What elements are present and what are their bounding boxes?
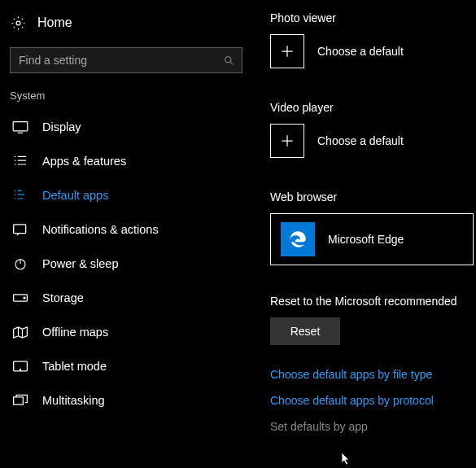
notifications-icon [11, 223, 29, 237]
list-icon [11, 155, 29, 168]
nav-label: Tablet mode [42, 360, 107, 373]
nav-item-multitasking[interactable]: Multitasking [10, 383, 252, 418]
choose-default-photo[interactable]: Choose a default [270, 34, 476, 68]
nav-item-apps-features[interactable]: Apps & features [10, 144, 252, 178]
svg-rect-2 [13, 122, 28, 131]
nav-label: Notifications & actions [42, 223, 159, 236]
category-video-player: Video player [270, 101, 476, 114]
edge-icon [281, 222, 315, 256]
settings-content: Photo viewer Choose a default Video play… [252, 0, 476, 433]
reset-description: Reset to the Microsoft recommended [270, 295, 476, 308]
home-label: Home [37, 15, 72, 30]
link-defaults-by-app[interactable]: Set defaults by app [270, 420, 476, 433]
plus-icon [270, 124, 304, 158]
category-photo-viewer: Photo viewer [270, 11, 476, 24]
nav-item-offline-maps[interactable]: Offline maps [10, 315, 252, 349]
choose-default-video[interactable]: Choose a default [270, 124, 476, 158]
nav-item-storage[interactable]: Storage [10, 281, 252, 315]
nav-label: Multitasking [42, 394, 105, 407]
svg-point-0 [16, 21, 20, 25]
browser-app-label: Microsoft Edge [328, 233, 404, 246]
settings-sidebar: Home Find a setting System Display [0, 0, 252, 433]
svg-rect-9 [14, 397, 24, 405]
search-placeholder: Find a setting [19, 54, 222, 67]
plus-icon [270, 34, 304, 68]
nav-label: Apps & features [42, 155, 126, 168]
choose-default-label: Choose a default [317, 45, 404, 58]
link-defaults-by-protocol[interactable]: Choose default apps by protocol [270, 394, 476, 407]
home-link[interactable]: Home [10, 11, 252, 34]
svg-point-8 [20, 370, 20, 370]
nav-item-notifications[interactable]: Notifications & actions [10, 212, 252, 247]
multitasking-icon [11, 394, 29, 407]
nav-list: Display Apps & features Default apps Not… [10, 110, 252, 418]
gear-icon [10, 15, 26, 31]
mouse-cursor [338, 452, 353, 468]
svg-point-6 [24, 297, 25, 299]
link-defaults-by-filetype[interactable]: Choose default apps by file type [270, 368, 476, 381]
display-icon [11, 120, 29, 133]
tablet-icon [11, 360, 29, 373]
nav-item-tablet-mode[interactable]: Tablet mode [10, 349, 252, 383]
reset-button[interactable]: Reset [270, 317, 340, 345]
power-icon [11, 256, 29, 271]
nav-item-power-sleep[interactable]: Power & sleep [10, 247, 252, 281]
search-icon [222, 55, 235, 67]
nav-item-display[interactable]: Display [10, 110, 252, 144]
map-icon [11, 326, 29, 339]
web-browser-default[interactable]: Microsoft Edge [270, 213, 474, 265]
default-apps-icon [11, 189, 29, 202]
nav-label: Display [42, 120, 81, 133]
nav-label: Offline maps [42, 326, 108, 339]
nav-label: Power & sleep [42, 257, 119, 270]
choose-default-label: Choose a default [317, 134, 404, 147]
nav-label: Storage [42, 291, 84, 304]
nav-item-default-apps[interactable]: Default apps [10, 178, 252, 212]
svg-point-1 [225, 56, 231, 63]
search-input[interactable]: Find a setting [10, 47, 242, 73]
storage-icon [11, 292, 29, 304]
svg-rect-3 [14, 224, 26, 233]
category-web-browser: Web browser [270, 190, 476, 203]
section-heading: System [10, 90, 252, 102]
nav-label: Default apps [42, 189, 108, 202]
